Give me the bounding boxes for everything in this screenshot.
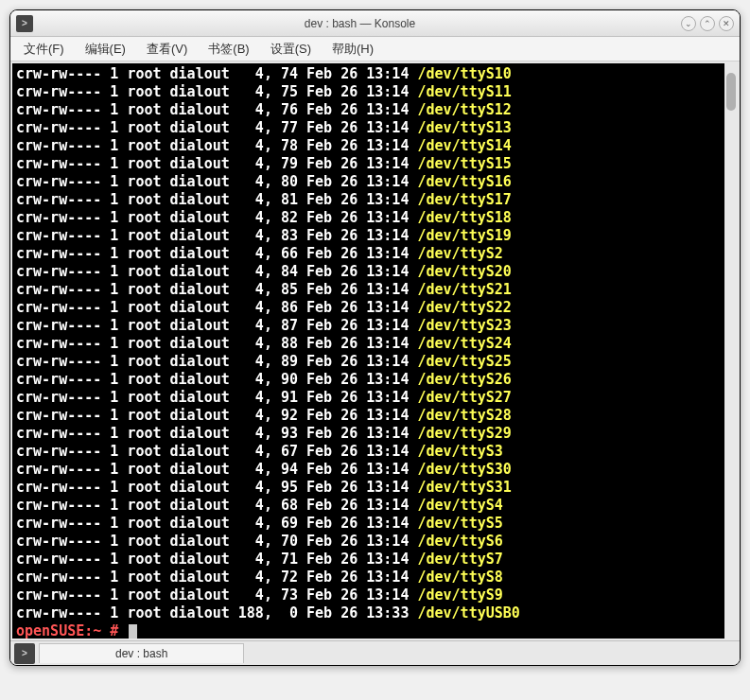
- terminal-line: crw-rw---- 1 root dialout 4, 89 Feb 26 1…: [16, 353, 734, 371]
- file-info: crw-rw---- 1 root dialout 4, 94 Feb 26 1…: [16, 461, 417, 478]
- menu-file[interactable]: 文件(F): [14, 38, 74, 61]
- device-path: /dev/ttyS30: [417, 461, 511, 478]
- device-path: /dev/ttyS2: [417, 245, 502, 262]
- scrollbar[interactable]: [724, 63, 738, 639]
- terminal-line: crw-rw---- 1 root dialout 4, 69 Feb 26 1…: [16, 515, 734, 533]
- terminal-line: crw-rw---- 1 root dialout 4, 71 Feb 26 1…: [16, 551, 734, 569]
- device-path: /dev/ttyS13: [417, 119, 511, 136]
- titlebar[interactable]: dev : bash — Konsole ⌄ ⌃ ✕: [10, 10, 740, 37]
- file-info: crw-rw---- 1 root dialout 4, 81 Feb 26 1…: [16, 191, 417, 208]
- tab-1[interactable]: dev : bash: [39, 643, 244, 663]
- file-info: crw-rw---- 1 root dialout 4, 84 Feb 26 1…: [16, 263, 417, 280]
- menu-view[interactable]: 查看(V): [137, 38, 197, 61]
- window-title: dev : bash — Konsole: [39, 17, 681, 30]
- device-path: /dev/ttyS28: [417, 407, 511, 424]
- device-path: /dev/ttyS15: [417, 155, 511, 172]
- device-path: /dev/ttyS29: [417, 425, 511, 442]
- menu-settings[interactable]: 设置(S): [261, 38, 321, 61]
- device-path: /dev/ttyS23: [417, 317, 511, 334]
- terminal-line: crw-rw---- 1 root dialout 4, 77 Feb 26 1…: [16, 119, 734, 137]
- device-path: /dev/ttyS22: [417, 299, 511, 316]
- minimize-button[interactable]: ⌄: [681, 16, 696, 31]
- file-info: crw-rw---- 1 root dialout 4, 95 Feb 26 1…: [16, 479, 417, 496]
- device-path: /dev/ttyS6: [417, 533, 502, 550]
- device-path: /dev/ttyS25: [417, 353, 511, 370]
- terminal-line: crw-rw---- 1 root dialout 4, 67 Feb 26 1…: [16, 443, 734, 461]
- device-path: /dev/ttyS11: [417, 83, 511, 100]
- terminal-line: crw-rw---- 1 root dialout 4, 95 Feb 26 1…: [16, 479, 734, 497]
- device-path: /dev/ttyS7: [417, 551, 502, 568]
- file-info: crw-rw---- 1 root dialout 4, 76 Feb 26 1…: [16, 101, 417, 118]
- terminal-container: crw-rw---- 1 root dialout 4, 74 Feb 26 1…: [12, 63, 738, 639]
- file-info: crw-rw---- 1 root dialout 4, 68 Feb 26 1…: [16, 497, 417, 514]
- device-path: /dev/ttyS24: [417, 335, 511, 352]
- file-info: crw-rw---- 1 root dialout 4, 80 Feb 26 1…: [16, 173, 417, 190]
- terminal-line: crw-rw---- 1 root dialout 4, 93 Feb 26 1…: [16, 425, 734, 443]
- terminal-line: crw-rw---- 1 root dialout 4, 84 Feb 26 1…: [16, 263, 734, 281]
- terminal-line: crw-rw---- 1 root dialout 4, 70 Feb 26 1…: [16, 533, 734, 551]
- file-info: crw-rw---- 1 root dialout 4, 88 Feb 26 1…: [16, 335, 417, 352]
- terminal-line: crw-rw---- 1 root dialout 4, 85 Feb 26 1…: [16, 281, 734, 299]
- file-info: crw-rw---- 1 root dialout 4, 93 Feb 26 1…: [16, 425, 417, 442]
- menu-help[interactable]: 帮助(H): [323, 38, 383, 61]
- terminal-line: crw-rw---- 1 root dialout 4, 80 Feb 26 1…: [16, 173, 734, 191]
- terminal-line: crw-rw---- 1 root dialout 4, 94 Feb 26 1…: [16, 461, 734, 479]
- device-path: /dev/ttyS10: [417, 65, 511, 82]
- file-info: crw-rw---- 1 root dialout 4, 69 Feb 26 1…: [16, 515, 417, 532]
- device-path: /dev/ttyS21: [417, 281, 511, 298]
- device-path: /dev/ttyS27: [417, 389, 511, 406]
- file-info: crw-rw---- 1 root dialout 4, 89 Feb 26 1…: [16, 353, 417, 370]
- file-info: crw-rw---- 1 root dialout 4, 90 Feb 26 1…: [16, 371, 417, 388]
- terminal-line: crw-rw---- 1 root dialout 4, 76 Feb 26 1…: [16, 101, 734, 119]
- device-path: /dev/ttyS14: [417, 137, 511, 154]
- terminal-line: crw-rw---- 1 root dialout 4, 92 Feb 26 1…: [16, 407, 734, 425]
- konsole-window: dev : bash — Konsole ⌄ ⌃ ✕ 文件(F) 编辑(E) 查…: [9, 9, 741, 666]
- device-path: /dev/ttyS26: [417, 371, 511, 388]
- terminal-line: crw-rw---- 1 root dialout 4, 87 Feb 26 1…: [16, 317, 734, 335]
- terminal-line: crw-rw---- 1 root dialout 4, 88 Feb 26 1…: [16, 335, 734, 353]
- cursor-icon: [129, 624, 137, 639]
- device-path: /dev/ttyS9: [417, 586, 502, 604]
- window-controls: ⌄ ⌃ ✕: [681, 16, 734, 31]
- terminal-line: crw-rw---- 1 root dialout 4, 91 Feb 26 1…: [16, 389, 734, 407]
- menu-edit[interactable]: 编辑(E): [76, 38, 135, 61]
- menubar: 文件(F) 编辑(E) 查看(V) 书签(B) 设置(S) 帮助(H): [10, 37, 740, 61]
- device-path: /dev/ttyS19: [417, 227, 511, 244]
- maximize-button[interactable]: ⌃: [700, 16, 715, 31]
- prompt-input[interactable]: [118, 622, 127, 639]
- device-path: /dev/ttyS3: [417, 443, 502, 460]
- terminal[interactable]: crw-rw---- 1 root dialout 4, 74 Feb 26 1…: [12, 63, 738, 639]
- file-info: crw-rw---- 1 root dialout 4, 82 Feb 26 1…: [16, 209, 417, 226]
- close-button[interactable]: ✕: [719, 16, 734, 31]
- device-path: /dev/ttyS20: [417, 263, 511, 280]
- device-path: /dev/ttyS12: [417, 101, 511, 118]
- device-path: /dev/ttyS4: [417, 497, 502, 514]
- file-info: crw-rw---- 1 root dialout 4, 73 Feb 26 1…: [16, 586, 417, 604]
- file-info: crw-rw---- 1 root dialout 4, 77 Feb 26 1…: [16, 119, 417, 136]
- terminal-line: crw-rw---- 1 root dialout 4, 72 Feb 26 1…: [16, 569, 734, 586]
- file-info: crw-rw---- 1 root dialout 4, 85 Feb 26 1…: [16, 281, 417, 298]
- file-info: crw-rw---- 1 root dialout 4, 79 Feb 26 1…: [16, 155, 417, 172]
- terminal-line: crw-rw---- 1 root dialout 4, 79 Feb 26 1…: [16, 155, 734, 173]
- file-info: crw-rw---- 1 root dialout 4, 91 Feb 26 1…: [16, 389, 417, 406]
- file-info: crw-rw---- 1 root dialout 4, 72 Feb 26 1…: [16, 569, 417, 586]
- file-info: crw-rw---- 1 root dialout 4, 78 Feb 26 1…: [16, 137, 417, 154]
- menu-bookmarks[interactable]: 书签(B): [199, 38, 258, 61]
- terminal-line: crw-rw---- 1 root dialout 4, 86 Feb 26 1…: [16, 299, 734, 317]
- terminal-line: crw-rw---- 1 root dialout 4, 66 Feb 26 1…: [16, 245, 734, 263]
- device-path: /dev/ttyS8: [417, 569, 502, 586]
- file-info: crw-rw---- 1 root dialout 4, 92 Feb 26 1…: [16, 407, 417, 424]
- terminal-line: crw-rw---- 1 root dialout 4, 73 Feb 26 1…: [16, 586, 734, 604]
- file-info: crw-rw---- 1 root dialout 4, 70 Feb 26 1…: [16, 533, 417, 550]
- terminal-line: crw-rw---- 1 root dialout 4, 68 Feb 26 1…: [16, 497, 734, 515]
- device-path: /dev/ttyS5: [417, 515, 502, 532]
- device-path: /dev/ttyS17: [417, 191, 511, 208]
- scrollbar-thumb[interactable]: [726, 73, 736, 111]
- terminal-line: crw-rw---- 1 root dialout 4, 83 Feb 26 1…: [16, 227, 734, 245]
- file-info: crw-rw---- 1 root dialout 4, 71 Feb 26 1…: [16, 551, 417, 568]
- file-info: crw-rw---- 1 root dialout 188, 0 Feb 26 …: [16, 604, 417, 621]
- device-path: /dev/ttyS31: [417, 479, 511, 496]
- tabbar: dev : bash: [10, 640, 740, 665]
- new-tab-button[interactable]: [14, 643, 35, 664]
- terminal-line: crw-rw---- 1 root dialout 4, 74 Feb 26 1…: [16, 65, 734, 83]
